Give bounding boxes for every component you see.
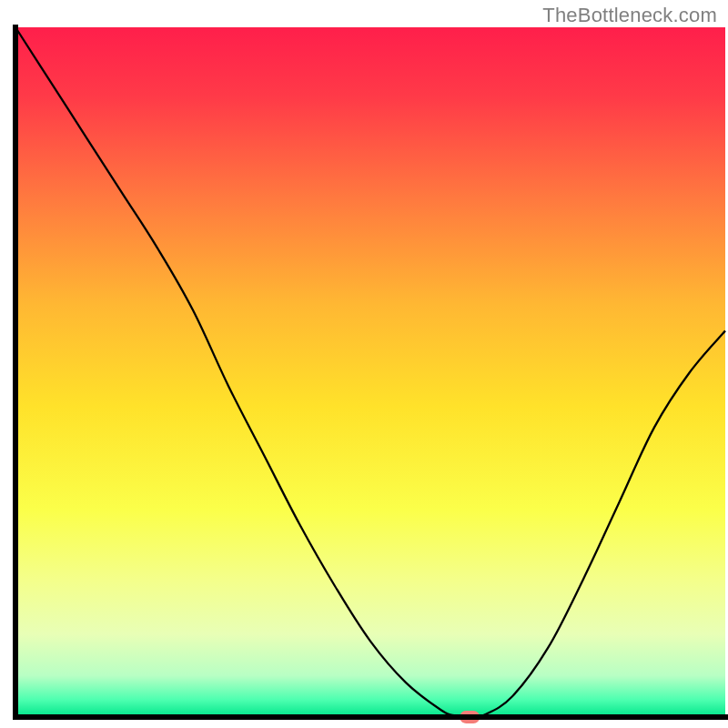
plot-background: [15, 27, 725, 717]
watermark-text: TheBottleneck.com: [542, 4, 717, 27]
chart-container: { "watermark": "TheBottleneck.com", "cha…: [0, 0, 728, 728]
bottleneck-chart: [0, 0, 728, 728]
